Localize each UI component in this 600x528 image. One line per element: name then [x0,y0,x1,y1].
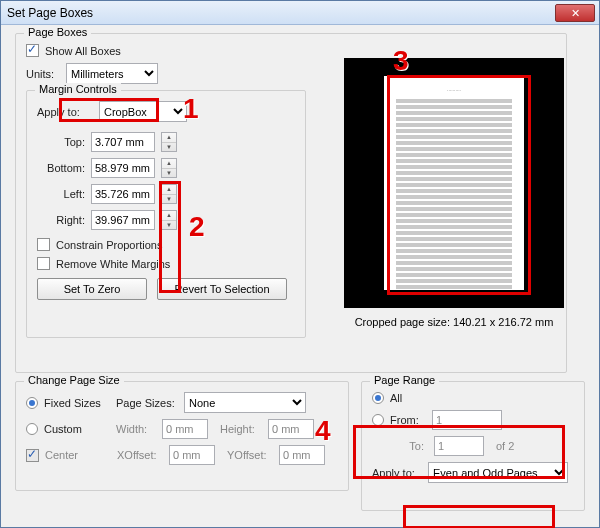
change-page-size-group: Change Page Size Fixed Sizes Page Sizes:… [15,381,349,491]
preview-page: ·········· document.write(Array.from({le… [384,76,524,290]
margin-apply-to-select[interactable]: CropBox [99,101,187,122]
all-label: All [390,392,402,404]
spinner-down-icon: ▼ [162,169,176,178]
margin-controls-group: Margin Controls Apply to: CropBox Top: ▲… [26,90,306,338]
page-boxes-legend: Page Boxes [24,26,91,38]
constrain-checkbox[interactable] [37,238,50,251]
fixed-sizes-label: Fixed Sizes [44,397,110,409]
spinner-up-icon: ▲ [162,185,176,195]
all-radio[interactable] [372,392,384,404]
custom-radio[interactable] [26,423,38,435]
close-icon: ✕ [571,7,580,19]
spinner-down-icon: ▼ [162,221,176,230]
from-radio[interactable] [372,414,384,426]
center-label: Center [45,449,111,461]
spinner-down-icon: ▼ [162,195,176,204]
revert-button[interactable]: Revert To Selection [157,278,287,300]
set-to-zero-button[interactable]: Set To Zero [37,278,147,300]
margin-controls-legend: Margin Controls [35,83,121,95]
width-label: Width: [116,423,156,435]
left-input[interactable] [91,184,155,204]
window-title: Set Page Boxes [7,6,93,20]
range-apply-to-label: Apply to: [372,467,422,479]
top-label: Top: [37,136,85,148]
page-range-legend: Page Range [370,374,439,386]
right-spinner[interactable]: ▲▼ [161,210,177,230]
center-checkbox [26,449,39,462]
custom-label: Custom [44,423,110,435]
cropped-size-label: Cropped page size: 140.21 x 216.72 mm [344,316,564,328]
to-label: To: [392,440,428,452]
of-label: of 2 [496,440,514,452]
close-button[interactable]: ✕ [555,4,595,22]
constrain-label: Constrain Proportions [56,239,162,251]
units-select[interactable]: Millimeters [66,63,158,84]
range-apply-to-select[interactable]: Even and Odd Pages [428,462,568,483]
page-sizes-label: Page Sizes: [116,397,178,409]
yoffset-label: YOffset: [227,449,273,461]
page-boxes-group: Page Boxes Show All Boxes Units: Millime… [15,33,567,373]
titlebar: Set Page Boxes ✕ [1,1,599,25]
fixed-sizes-radio[interactable] [26,397,38,409]
height-input [268,419,314,439]
right-label: Right: [37,214,85,226]
page-range-group: Page Range All From: To: of 2 Ap [361,381,585,511]
dialog-window: Set Page Boxes ✕ Page Boxes Show All Box… [0,0,600,528]
show-all-row: Show All Boxes [26,44,556,57]
show-all-checkbox[interactable] [26,44,39,57]
yoffset-input [279,445,325,465]
remove-white-label: Remove White Margins [56,258,170,270]
remove-white-checkbox[interactable] [37,257,50,270]
spinner-up-icon: ▲ [162,159,176,169]
page-sizes-select[interactable]: None [184,392,306,413]
from-input [432,410,502,430]
bottom-input[interactable] [91,158,155,178]
page-preview: ·········· document.write(Array.from({le… [344,58,564,308]
spinner-up-icon: ▲ [162,133,176,143]
spinner-up-icon: ▲ [162,211,176,221]
left-spinner[interactable]: ▲▼ [161,184,177,204]
width-input [162,419,208,439]
bottom-label: Bottom: [37,162,85,174]
change-page-size-legend: Change Page Size [24,374,124,386]
to-input [434,436,484,456]
margin-apply-to-label: Apply to: [37,106,93,118]
top-spinner[interactable]: ▲▼ [161,132,177,152]
xoffset-label: XOffset: [117,449,163,461]
from-label: From: [390,414,426,426]
left-label: Left: [37,188,85,200]
bottom-spinner[interactable]: ▲▼ [161,158,177,178]
apply-to-row: Apply to: CropBox [37,101,295,122]
spinner-down-icon: ▼ [162,143,176,152]
units-label: Units: [26,68,60,80]
right-input[interactable] [91,210,155,230]
height-label: Height: [220,423,262,435]
top-input[interactable] [91,132,155,152]
xoffset-input [169,445,215,465]
show-all-label: Show All Boxes [45,45,121,57]
